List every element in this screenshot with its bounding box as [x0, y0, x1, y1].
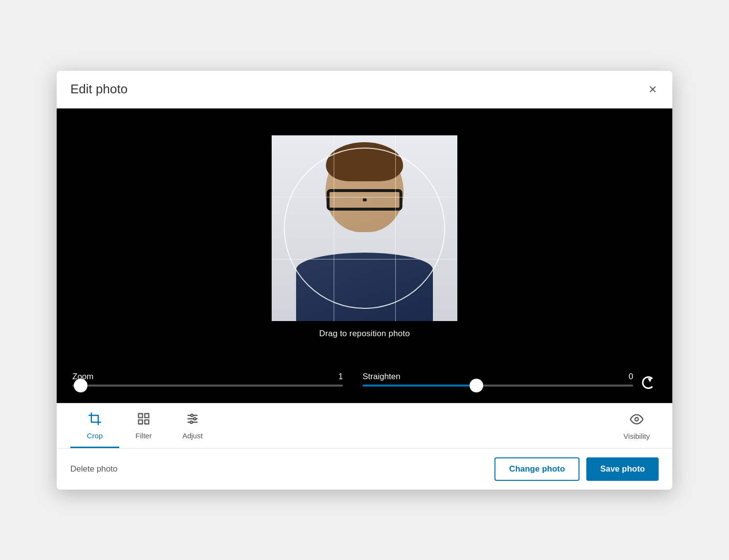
crop-label: Crop — [87, 431, 103, 440]
edit-photo-dialog: Edit photo × Drag to reposition photo — [57, 71, 672, 490]
filter-icon — [137, 412, 150, 429]
photo-area[interactable]: Drag to reposition photo — [57, 108, 672, 363]
adjust-icon — [186, 412, 199, 429]
straighten-label-row: Straighten 0 — [363, 372, 633, 382]
save-photo-button[interactable]: Save photo — [586, 457, 659, 481]
svg-rect-2 — [145, 420, 149, 424]
filter-label: Filter — [135, 431, 151, 440]
svg-point-12 — [190, 421, 193, 423]
straighten-value: 0 — [629, 372, 633, 382]
change-photo-button[interactable]: Change photo — [494, 457, 579, 481]
straighten-label: Straighten — [363, 372, 401, 382]
footer-right: Change photo Save photo — [494, 457, 659, 481]
straighten-slider-track[interactable] — [363, 385, 633, 387]
close-button[interactable]: × — [647, 81, 659, 98]
controls-area: Zoom 1 Straighten 0 — [57, 363, 672, 403]
tab-adjust[interactable]: Adjust — [168, 403, 217, 448]
drag-label: Drag to reposition photo — [319, 329, 410, 339]
reset-button[interactable] — [640, 374, 657, 391]
delete-photo-button[interactable]: Delete photo — [70, 464, 117, 474]
crop-icon — [88, 412, 102, 429]
svg-point-9 — [193, 417, 196, 420]
straighten-slider-group: Straighten 0 — [363, 372, 633, 387]
visibility-label: Visibility — [623, 432, 650, 440]
slider-row: Zoom 1 Straighten 0 — [72, 367, 657, 391]
photo-image[interactable] — [272, 135, 457, 321]
svg-rect-1 — [145, 413, 149, 417]
svg-rect-0 — [139, 413, 143, 417]
toolbar-spacer — [217, 403, 615, 448]
svg-rect-3 — [139, 420, 143, 424]
photo-container[interactable] — [272, 135, 457, 321]
person-body — [296, 253, 433, 321]
visibility-button[interactable]: Visibility — [615, 403, 659, 448]
toolbar: Crop Filter — [57, 403, 672, 449]
dialog-footer: Delete photo Change photo Save photo — [57, 449, 672, 490]
zoom-slider-thumb — [74, 379, 87, 392]
dialog-title: Edit photo — [70, 82, 128, 97]
adjust-label: Adjust — [182, 431, 203, 440]
tab-filter[interactable]: Filter — [119, 403, 168, 448]
zoom-label-row: Zoom 1 — [72, 372, 343, 382]
zoom-value: 1 — [339, 372, 343, 382]
straighten-slider-fill — [363, 385, 476, 387]
person-glasses — [327, 189, 403, 211]
tab-crop[interactable]: Crop — [70, 403, 119, 448]
eye-icon — [630, 412, 643, 429]
reset-icon — [642, 376, 655, 389]
svg-point-6 — [191, 414, 193, 416]
zoom-slider-group: Zoom 1 — [72, 372, 343, 387]
svg-point-13 — [635, 418, 639, 421]
zoom-slider-track[interactable] — [72, 385, 343, 387]
straighten-slider-thumb — [470, 379, 483, 392]
dialog-header: Edit photo × — [57, 71, 672, 108]
